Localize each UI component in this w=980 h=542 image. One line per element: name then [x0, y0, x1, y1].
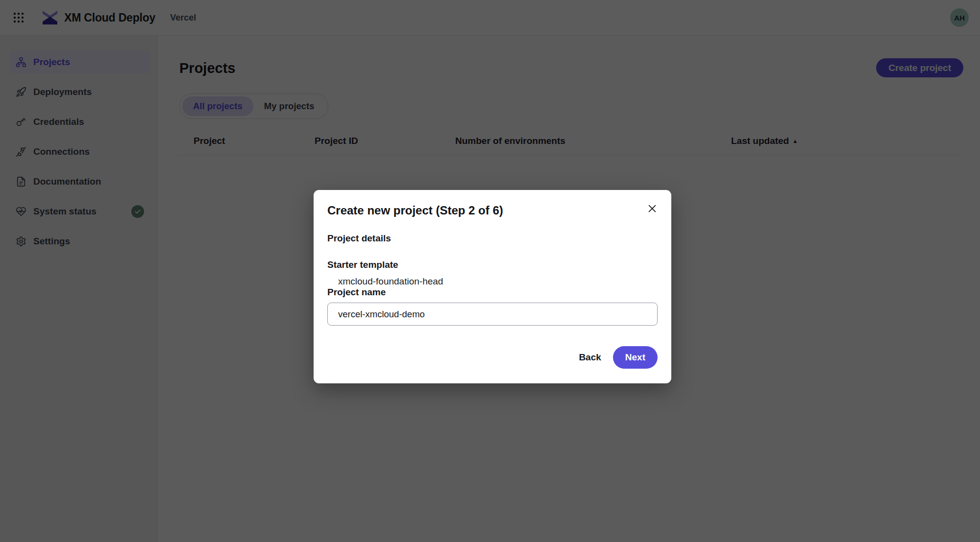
- modal-close-button[interactable]: [645, 201, 660, 216]
- close-icon: [647, 203, 658, 214]
- starter-template-value: xmcloud-foundation-head: [327, 276, 658, 287]
- project-name-label: Project name: [327, 287, 386, 297]
- project-name-input[interactable]: [327, 303, 658, 326]
- back-button[interactable]: Back: [570, 347, 610, 368]
- modal-section-title: Project details: [327, 233, 658, 244]
- starter-template-label: Starter template: [327, 259, 658, 270]
- create-project-modal: Create new project (Step 2 of 6) Project…: [314, 190, 671, 383]
- next-button[interactable]: Next: [613, 346, 658, 369]
- modal-title: Create new project (Step 2 of 6): [327, 202, 503, 218]
